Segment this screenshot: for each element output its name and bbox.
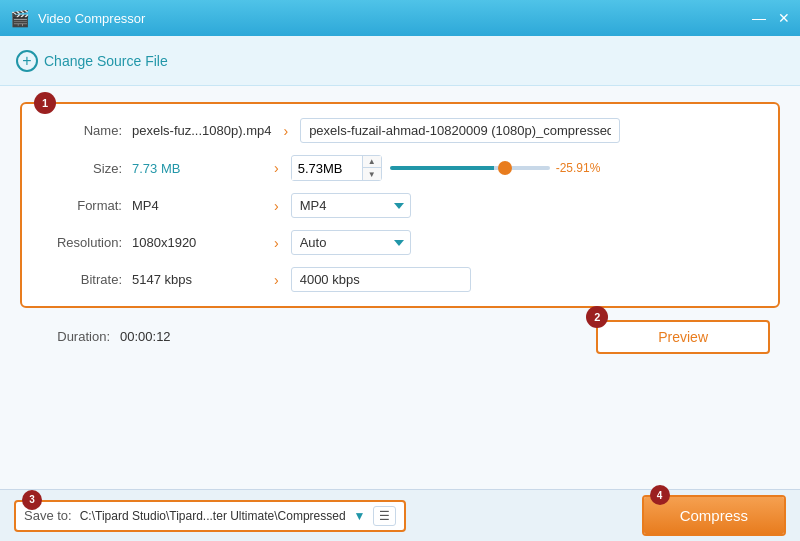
panel-number-1: 1 bbox=[34, 92, 56, 114]
bitrate-input[interactable] bbox=[291, 267, 471, 292]
bitrate-arrow-icon: › bbox=[274, 272, 279, 288]
duration-preview-row: Duration: 00:00:12 2 Preview bbox=[20, 318, 780, 354]
save-number: 3 bbox=[22, 490, 42, 510]
format-label: Format: bbox=[42, 198, 132, 213]
format-row: Format: MP4 › MP4 AVI MOV MKV bbox=[42, 193, 758, 218]
title-bar-controls: — ✕ bbox=[752, 11, 790, 25]
name-arrow-icon: › bbox=[283, 123, 288, 139]
size-target: ▲ ▼ -25.91% bbox=[291, 155, 758, 181]
name-source-value: pexels-fuz...1080p).mp4 bbox=[132, 123, 271, 138]
bitrate-row: Bitrate: 5147 kbps › bbox=[42, 267, 758, 292]
bitrate-label: Bitrate: bbox=[42, 272, 132, 287]
duration-row: Duration: 00:00:12 bbox=[30, 329, 250, 344]
size-source-value: 7.73 MB bbox=[132, 161, 262, 176]
settings-panel: 1 Name: pexels-fuz...1080p).mp4 › Size: … bbox=[20, 102, 780, 308]
compress-button-wrap: 4 Compress bbox=[642, 495, 786, 536]
save-dropdown-arrow[interactable]: ▼ bbox=[354, 509, 366, 523]
name-target bbox=[300, 118, 758, 143]
resolution-label: Resolution: bbox=[42, 235, 132, 250]
save-label: Save to: bbox=[24, 508, 72, 523]
format-arrow-icon: › bbox=[274, 198, 279, 214]
change-source-label: Change Source File bbox=[44, 53, 168, 69]
size-spinbox[interactable]: ▲ ▼ bbox=[291, 155, 382, 181]
name-row: Name: pexels-fuz...1080p).mp4 › bbox=[42, 118, 758, 143]
preview-button[interactable]: Preview bbox=[596, 320, 770, 354]
size-label: Size: bbox=[42, 161, 132, 176]
resolution-row: Resolution: 1080x1920 › Auto 1080x1920 7… bbox=[42, 230, 758, 255]
bottom-bar: 3 Save to: C:\Tipard Studio\Tipard...ter… bbox=[0, 489, 800, 541]
spinbox-arrows: ▲ ▼ bbox=[362, 156, 381, 180]
title-bar-left: 🎬 Video Compressor bbox=[10, 9, 145, 28]
format-source-value: MP4 bbox=[132, 198, 262, 213]
size-arrow-icon: › bbox=[274, 160, 279, 176]
title-bar: 🎬 Video Compressor — ✕ bbox=[0, 0, 800, 36]
close-button[interactable]: ✕ bbox=[778, 11, 790, 25]
save-folder-button[interactable]: ☰ bbox=[373, 506, 396, 526]
spinbox-down-arrow[interactable]: ▼ bbox=[363, 168, 381, 180]
save-to-section: 3 Save to: C:\Tipard Studio\Tipard...ter… bbox=[14, 500, 406, 532]
app-icon: 🎬 bbox=[10, 9, 30, 28]
bitrate-target bbox=[291, 267, 758, 292]
name-label: Name: bbox=[42, 123, 132, 138]
save-path: C:\Tipard Studio\Tipard...ter Ultimate\C… bbox=[80, 509, 346, 523]
resolution-select[interactable]: Auto 1080x1920 720x1280 480x854 bbox=[291, 230, 411, 255]
plus-circle-icon: + bbox=[16, 50, 38, 72]
format-target: MP4 AVI MOV MKV bbox=[291, 193, 758, 218]
size-container: ▲ ▼ -25.91% bbox=[291, 155, 606, 181]
format-select[interactable]: MP4 AVI MOV MKV bbox=[291, 193, 411, 218]
size-row: Size: 7.73 MB › ▲ ▼ -25.91% bbox=[42, 155, 758, 181]
duration-label: Duration: bbox=[30, 329, 120, 344]
toolbar: + Change Source File bbox=[0, 36, 800, 86]
duration-value: 00:00:12 bbox=[120, 329, 250, 344]
compress-number: 4 bbox=[650, 485, 670, 505]
resolution-source-value: 1080x1920 bbox=[132, 235, 262, 250]
spinbox-up-arrow[interactable]: ▲ bbox=[363, 156, 381, 168]
change-source-button[interactable]: + Change Source File bbox=[16, 50, 168, 72]
app-title: Video Compressor bbox=[38, 11, 145, 26]
slider-container: -25.91% bbox=[390, 161, 606, 175]
bitrate-source-value: 5147 kbps bbox=[132, 272, 262, 287]
main-content: 1 Name: pexels-fuz...1080p).mp4 › Size: … bbox=[0, 86, 800, 489]
size-slider[interactable] bbox=[390, 166, 550, 170]
name-input[interactable] bbox=[300, 118, 620, 143]
size-percent-label: -25.91% bbox=[556, 161, 606, 175]
size-input[interactable] bbox=[292, 157, 362, 180]
resolution-arrow-icon: › bbox=[274, 235, 279, 251]
resolution-target: Auto 1080x1920 720x1280 480x854 bbox=[291, 230, 758, 255]
minimize-button[interactable]: — bbox=[752, 11, 766, 25]
preview-area: 2 Preview bbox=[596, 320, 770, 354]
